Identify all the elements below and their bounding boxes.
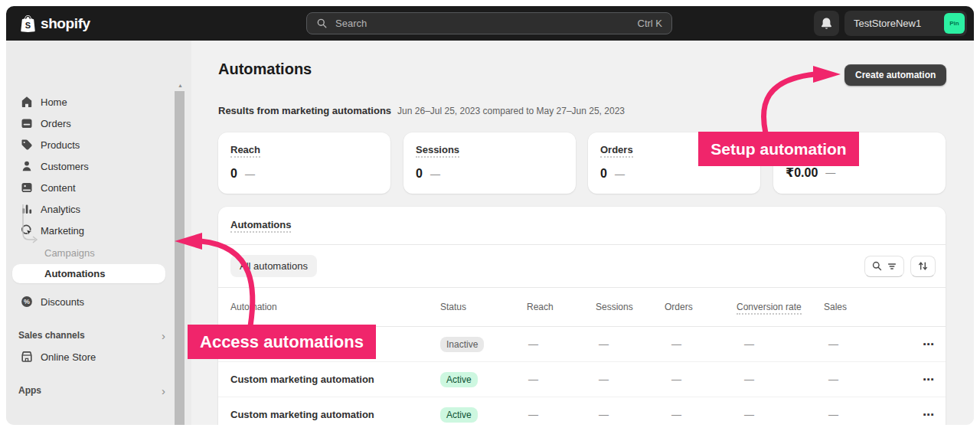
search-input[interactable] — [334, 17, 632, 30]
column-conversion-rate[interactable]: Conversion rate — [737, 288, 802, 326]
store-name: TestStoreNew1 — [854, 18, 944, 29]
sessions-value: — — [599, 397, 609, 425]
marketing-target-icon — [20, 224, 34, 237]
sidebar-item-analytics[interactable]: Analytics — [12, 199, 165, 219]
sidebar-scrollbar[interactable] — [175, 91, 185, 425]
home-icon — [20, 95, 34, 109]
metric-delta: — — [245, 168, 255, 180]
column-status[interactable]: Status — [440, 288, 466, 326]
status-badge: Active — [440, 407, 478, 423]
sales-value: — — [828, 362, 838, 397]
global-search-bar[interactable]: Ctrl K — [306, 12, 672, 34]
sort-arrows-icon — [917, 260, 929, 272]
sidebar-item-label: Content — [41, 182, 76, 194]
chevron-right-icon: › — [162, 384, 165, 397]
automation-name: Custom marketing automation — [230, 362, 374, 397]
results-label: Results from marketing automations — [218, 105, 391, 116]
sidebar-item-marketing[interactable]: Marketing — [12, 220, 165, 240]
row-overflow-menu-icon[interactable]: ⋯ — [923, 362, 935, 397]
sidebar-item-label: Online Store — [41, 351, 96, 363]
automations-table-card: Automations All automations Automation S… — [218, 207, 946, 425]
sidebar-item-label: Discounts — [41, 296, 84, 308]
sidebar-item-content[interactable]: Content — [12, 178, 165, 198]
table-filter-row: All automations — [218, 245, 946, 288]
sidebar-item-label: Campaigns — [44, 247, 95, 259]
sidebar-section-sales-channels[interactable]: Sales channels › — [18, 325, 165, 345]
sidebar-item-products[interactable]: Products — [12, 135, 165, 155]
orders-value: — — [671, 362, 681, 397]
sidebar-item-online-store[interactable]: Online Store — [12, 347, 165, 367]
table-card-header: Automations — [218, 207, 946, 245]
table-row[interactable]: Custom marketing automation Active — — —… — [218, 397, 946, 425]
notifications-button[interactable] — [814, 11, 839, 36]
sidebar-item-home[interactable]: Home — [12, 92, 165, 112]
results-summary: Results from marketing automations Jun 2… — [218, 105, 625, 116]
search-icon — [316, 18, 328, 29]
shopify-bag-icon: S — [20, 15, 36, 32]
search-icon — [871, 260, 883, 272]
reach-value: — — [528, 397, 538, 425]
online-store-icon — [20, 350, 34, 364]
scrollbar-up-arrow[interactable]: ▲ — [178, 83, 183, 88]
svg-text:%: % — [24, 298, 30, 305]
reach-value: — — [528, 362, 538, 397]
analytics-bars-icon — [20, 202, 34, 216]
metric-label: Reach — [230, 144, 260, 158]
shopify-logo[interactable]: S shopify — [20, 6, 90, 41]
sidebar-item-discounts[interactable]: % Discounts — [12, 292, 165, 312]
column-sessions[interactable]: Sessions — [596, 288, 633, 326]
metric-value: 0 — [416, 167, 423, 181]
conversion-value: — — [744, 327, 754, 361]
sidebar-item-label: Customers — [41, 161, 89, 172]
sidebar-item-label: Analytics — [41, 204, 80, 215]
shopify-admin-window: S shopify Ctrl K TestStoreNew1 Pin — [6, 6, 974, 425]
customers-icon — [20, 159, 34, 173]
metric-delta: — — [430, 168, 440, 180]
search-and-filter-button[interactable] — [864, 256, 904, 277]
metric-card-reach[interactable]: Reach 0— — [218, 132, 390, 194]
sidebar-nav: Home Orders Products Customers Content — [6, 41, 191, 425]
svg-text:S: S — [25, 21, 31, 30]
sidebar-item-label: Home — [41, 96, 67, 108]
table-card-title: Automations — [230, 219, 291, 233]
automation-name: Custom marketing automation — [230, 397, 374, 425]
sidebar-item-automations-selected[interactable]: Automations — [12, 264, 165, 283]
metric-value: 0 — [230, 167, 237, 181]
sidebar-section-apps[interactable]: Apps › — [18, 380, 165, 400]
page-title: Automations — [218, 60, 312, 78]
section-label: Sales channels — [18, 330, 85, 341]
filter-lines-icon — [887, 261, 897, 272]
sidebar-item-label: Products — [41, 139, 80, 151]
filter-tab-all-automations[interactable]: All automations — [230, 255, 317, 277]
section-label: Apps — [18, 385, 41, 396]
sessions-value: — — [599, 327, 609, 361]
metric-value: ₹0.00 — [786, 165, 818, 180]
bell-icon — [820, 17, 833, 30]
sales-value: — — [828, 397, 838, 425]
sidebar-item-label: Orders — [41, 118, 71, 129]
table-row[interactable]: Custom marketing automation Active — — —… — [218, 362, 946, 397]
date-range: Jun 26–Jul 25, 2023 compared to May 27–J… — [397, 106, 625, 116]
sidebar-item-campaigns[interactable]: Campaigns — [12, 243, 165, 263]
column-orders[interactable]: Orders — [665, 288, 693, 326]
orders-value: — — [671, 397, 681, 425]
store-menu[interactable]: TestStoreNew1 Pin — [844, 11, 967, 36]
discounts-icon: % — [20, 295, 34, 309]
create-automation-button[interactable]: Create automation — [844, 64, 946, 86]
annotation-access-automations: Access automations — [188, 325, 376, 359]
column-automation[interactable]: Automation — [230, 288, 277, 326]
column-sales[interactable]: Sales — [824, 288, 847, 326]
sidebar-item-orders[interactable]: Orders — [12, 113, 165, 133]
store-avatar: Pin — [944, 13, 965, 34]
column-reach[interactable]: Reach — [527, 288, 554, 326]
sort-button[interactable] — [910, 256, 936, 277]
status-badge: Inactive — [440, 337, 484, 352]
orders-value: — — [671, 327, 681, 361]
metric-card-sessions[interactable]: Sessions 0— — [403, 132, 576, 194]
sidebar-item-customers[interactable]: Customers — [12, 156, 165, 176]
annotation-setup-automation: Setup automation — [698, 132, 859, 166]
metric-delta: — — [615, 168, 625, 180]
content-icon — [20, 181, 34, 194]
row-overflow-menu-icon[interactable]: ⋯ — [923, 327, 935, 361]
row-overflow-menu-icon[interactable]: ⋯ — [923, 397, 935, 425]
